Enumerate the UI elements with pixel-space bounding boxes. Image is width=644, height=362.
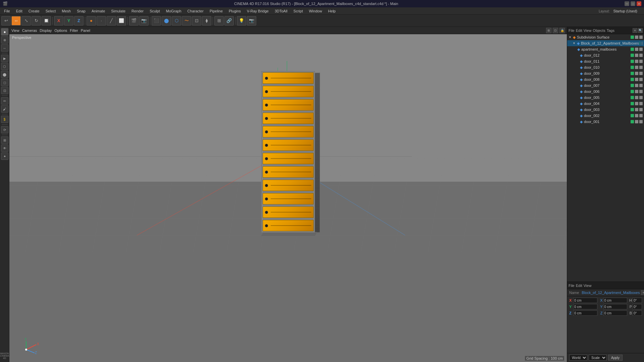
minimize-button[interactable]: ─ — [625, 1, 629, 6]
lt-mode5[interactable]: ⊡ — [1, 87, 8, 94]
scene-item-subdivision[interactable]: ▼ ◆ Subdivision Surface — [567, 34, 644, 40]
menu-3dtoall[interactable]: 3DToAll — [272, 8, 290, 14]
vp-menu-filter[interactable]: Filter — [70, 28, 78, 33]
menu-render[interactable]: Render — [129, 8, 146, 14]
vp-ctrl-2[interactable]: ⊡ — [553, 28, 558, 33]
world-dropdown[interactable]: World — [569, 355, 587, 361]
scene-file-btn[interactable]: File — [569, 28, 575, 33]
lt-grid[interactable]: ⊞ — [1, 136, 8, 144]
d12-dot[interactable] — [631, 54, 634, 57]
attr-btn1[interactable]: ≡ — [641, 290, 644, 295]
block-dot1[interactable] — [640, 42, 640, 45]
cylinder-tool[interactable]: ⬡ — [172, 16, 181, 25]
x-rot-field[interactable]: 0 cm — [603, 298, 628, 303]
close-button[interactable]: ✕ — [637, 1, 641, 6]
menu-create[interactable]: Create — [26, 8, 42, 14]
scale-dropdown[interactable]: Scale — [589, 355, 607, 361]
apply-button[interactable]: Apply — [608, 355, 623, 361]
scene-item-door007[interactable]: ◆door_007 — [567, 82, 644, 88]
x-axis-toggle[interactable]: X — [54, 16, 63, 25]
scene-item-door004[interactable]: ◆door_004 — [567, 101, 644, 107]
vp-menu-options[interactable]: Options — [54, 28, 67, 33]
menu-character[interactable]: Character — [185, 8, 206, 14]
vp-menu-panel[interactable]: Panel — [81, 28, 90, 33]
d8-dot[interactable] — [631, 78, 634, 81]
menu-sculpt[interactable]: Sculpt — [147, 8, 163, 14]
z-axis-toggle[interactable]: Z — [74, 16, 84, 25]
scene-panel-btn[interactable]: ≡ — [633, 28, 637, 33]
scene-item-door009[interactable]: ◆door_009 — [567, 70, 644, 76]
menu-simulate[interactable]: Simulate — [108, 8, 128, 14]
edge-mode[interactable]: ╱ — [107, 16, 116, 25]
spline-tool[interactable]: 〜 — [182, 16, 191, 25]
d7-dot[interactable] — [631, 84, 634, 87]
cube-tool[interactable]: ⬛ — [152, 16, 161, 25]
p-field[interactable]: 0° — [633, 304, 642, 309]
mailbox-3d-object[interactable] — [261, 61, 315, 233]
lt-active-object[interactable]: ◆ — [1, 28, 8, 36]
menu-select[interactable]: Select — [43, 8, 59, 14]
scene-item-door002[interactable]: ◆door_002 — [567, 113, 644, 119]
light-tool[interactable]: 💡 — [237, 16, 246, 25]
menu-script[interactable]: Script — [291, 8, 306, 14]
lt-transform[interactable]: ⊕ — [1, 36, 8, 44]
deformer-tool[interactable]: ⧫ — [202, 16, 211, 25]
menu-file[interactable]: File — [1, 8, 13, 14]
object-mode[interactable]: ● — [87, 16, 96, 25]
menu-snap[interactable]: Snap — [74, 8, 88, 14]
y-pos-field[interactable]: 0 cm — [573, 304, 597, 309]
snap-toggle[interactable]: 🔗 — [224, 16, 234, 25]
d1-dot[interactable] — [631, 120, 634, 123]
lt-rope[interactable]: ⟳ — [1, 126, 8, 133]
render-view[interactable]: 🎬 — [129, 16, 139, 25]
menu-window[interactable]: Window — [306, 8, 325, 14]
z-pos-field[interactable]: 0 cm — [573, 310, 597, 316]
scene-item-door001[interactable]: ◆door_001 — [567, 119, 644, 125]
maximize-button[interactable]: □ — [631, 1, 635, 6]
lt-move[interactable]: ↔ — [1, 44, 8, 52]
camera-tool[interactable]: 📷 — [247, 16, 256, 25]
lt-mode4[interactable]: ◻ — [1, 79, 8, 86]
grid-toggle[interactable]: ⊞ — [214, 16, 224, 25]
d4-dot[interactable] — [631, 102, 634, 105]
scene-item-door005[interactable]: ◆door_005 — [567, 95, 644, 101]
move-tool[interactable]: ↔ — [11, 16, 21, 25]
vp-menu-cameras[interactable]: Cameras — [22, 28, 37, 33]
d6-dot[interactable] — [631, 90, 634, 93]
vp-menu-view[interactable]: View — [11, 28, 19, 33]
lt-pen[interactable]: ✏ — [1, 97, 8, 105]
y-rot-field[interactable]: 0 cm — [603, 304, 628, 309]
menu-edit[interactable]: Edit — [13, 8, 25, 14]
scene-objects-btn[interactable]: Objects — [593, 28, 605, 33]
scene-item-door008[interactable]: ◆door_008 — [567, 76, 644, 82]
scene-item-door011[interactable]: ◆door_011 — [567, 58, 644, 64]
scene-item-apt[interactable]: ◆ apartment_mailboxes — [567, 46, 644, 52]
y-axis-toggle[interactable]: Y — [64, 16, 73, 25]
menu-animate[interactable]: Animate — [89, 8, 108, 14]
lt-mode2[interactable]: ⬡ — [1, 63, 8, 70]
lt-mode3[interactable]: ⬤ — [1, 71, 8, 78]
poly-mode[interactable]: ⬜ — [117, 16, 126, 25]
menu-plugins[interactable]: Plugins — [226, 8, 244, 14]
scene-item-door012[interactable]: ◆door_012 — [567, 52, 644, 58]
vp-ctrl-3[interactable]: 🔒 — [559, 28, 565, 33]
lt-mode1[interactable]: ▶ — [1, 55, 8, 62]
scene-item-door006[interactable]: ◆door_006 — [567, 88, 644, 95]
attr-file-btn[interactable]: File — [569, 284, 575, 288]
scene-item-block[interactable]: ▼ ◆ Block_of_12_Apartment_Mailboxes — [567, 40, 644, 46]
d2-dot[interactable] — [631, 114, 634, 117]
menu-mesh[interactable]: Mesh — [59, 8, 73, 14]
scene-tags-btn[interactable]: Tags — [607, 28, 614, 33]
x-pos-field[interactable]: 0 cm — [573, 298, 597, 303]
attr-edit-btn[interactable]: Edit — [576, 284, 582, 288]
scene-edit-btn[interactable]: Edit — [576, 28, 582, 33]
b-field[interactable]: 0° — [633, 310, 642, 316]
d9-dot[interactable] — [631, 72, 634, 75]
scene-view-btn[interactable]: View — [584, 28, 592, 33]
lt-brush[interactable]: 🖌 — [1, 105, 8, 113]
menu-pipeline[interactable]: Pipeline — [207, 8, 225, 14]
sphere-tool[interactable]: ⬤ — [162, 16, 171, 25]
nurbs-tool[interactable]: ⊡ — [192, 16, 201, 25]
d11-dot[interactable] — [631, 60, 634, 63]
scale-tool[interactable]: ⤡ — [21, 16, 31, 25]
